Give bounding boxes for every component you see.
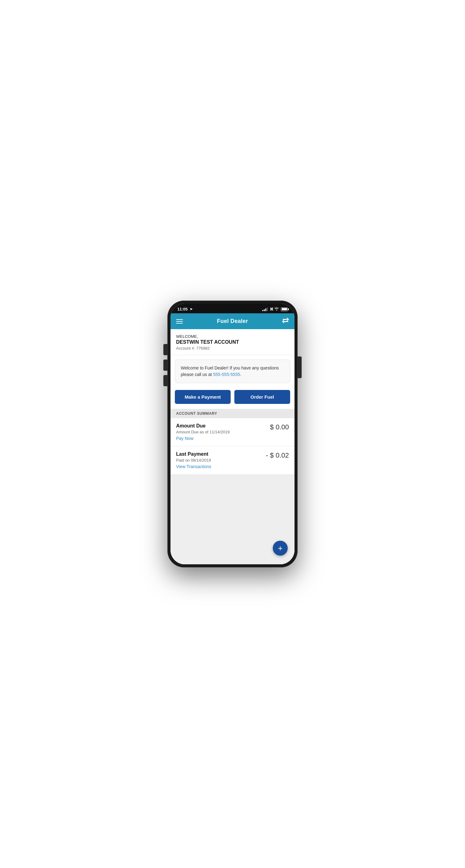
last-payment-value: - $ 0.02 — [262, 452, 289, 459]
plus-icon: + — [278, 544, 283, 552]
last-payment-left: Last Payment Paid on 08/14/2019 View Tra… — [176, 452, 262, 469]
info-card-text: Welcome to Fuel Dealer! If you have any … — [181, 365, 284, 378]
view-transactions-link[interactable]: View Transactions — [176, 464, 211, 469]
phone-link[interactable]: 555-555-5555 — [213, 372, 240, 377]
order-fuel-button[interactable]: Order Fuel — [234, 390, 290, 404]
time-display: 11:05 — [177, 307, 188, 311]
switch-account-button[interactable] — [282, 318, 289, 325]
wifi-icon: ⌘ — [270, 307, 279, 311]
battery-icon — [281, 307, 288, 311]
action-buttons: Make a Payment Order Fuel — [170, 388, 295, 409]
fab-button[interactable]: + — [273, 541, 288, 556]
location-icon: ➤ — [190, 307, 193, 311]
amount-due-row: Amount Due Amount Due as of 11/14/2019 P… — [170, 418, 295, 446]
status-bar: 11:05 ➤ ⌘ — [170, 304, 295, 313]
amount-due-subtitle: Amount Due as of 11/14/2019 — [176, 430, 266, 434]
status-icons: ⌘ — [262, 307, 288, 311]
make-payment-button[interactable]: Make a Payment — [175, 390, 231, 404]
pay-now-link[interactable]: Pay Now — [176, 436, 193, 441]
account-summary-header: ACCOUNT SUMMARY — [170, 409, 295, 418]
info-card: Welcome to Fuel Dealer! If you have any … — [175, 360, 290, 383]
phone-screen: 11:05 ➤ ⌘ — [170, 304, 295, 564]
last-payment-row: Last Payment Paid on 08/14/2019 View Tra… — [170, 446, 295, 475]
account-name: DESTWIN TEST ACCOUNT — [176, 339, 289, 345]
info-text-after: . — [240, 372, 241, 377]
account-number: Account #: 776982 — [176, 346, 289, 350]
amount-due-left: Amount Due Amount Due as of 11/14/2019 P… — [176, 423, 266, 441]
signal-icon — [262, 307, 268, 311]
welcome-label: WELCOME, — [176, 334, 289, 339]
amount-due-title: Amount Due — [176, 423, 266, 429]
welcome-section: WELCOME, DESTWIN TEST ACCOUNT Account #:… — [170, 329, 295, 355]
last-payment-subtitle: Paid on 08/14/2019 — [176, 458, 262, 463]
phone-frame: 11:05 ➤ ⌘ — [167, 301, 298, 567]
main-content: WELCOME, DESTWIN TEST ACCOUNT Account #:… — [170, 329, 295, 564]
last-payment-title: Last Payment — [176, 452, 262, 457]
top-navigation: Fuel Dealer — [170, 313, 295, 329]
app-title: Fuel Dealer — [217, 318, 248, 324]
status-time: 11:05 ➤ — [177, 307, 193, 311]
menu-button[interactable] — [176, 319, 183, 323]
amount-due-value: $ 0.00 — [266, 423, 289, 431]
